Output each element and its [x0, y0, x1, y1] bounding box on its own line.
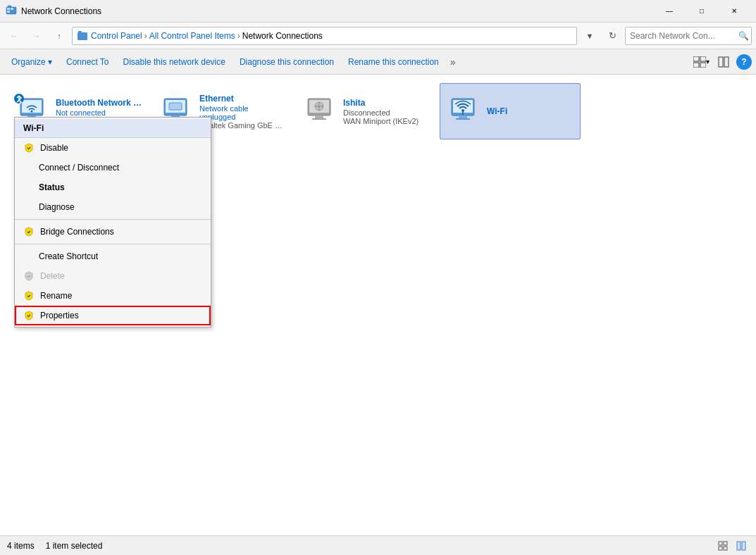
search-input[interactable]	[630, 31, 736, 41]
address-path[interactable]: Control Panel › All Control Panel Items …	[72, 27, 577, 45]
svg-rect-8	[700, 56, 706, 61]
path-part-2[interactable]: All Control Panel Items	[149, 31, 235, 41]
svg-rect-12	[724, 57, 729, 67]
svg-rect-10	[700, 63, 706, 68]
ctx-status-label: Status	[39, 182, 65, 192]
status-bar: 4 items 1 item selected	[0, 535, 756, 555]
more-button[interactable]: »	[446, 51, 460, 73]
svg-rect-45	[719, 547, 722, 550]
toolbar: Organize ▾ Connect To Disable this netwo…	[0, 49, 756, 75]
svg-rect-43	[719, 542, 722, 545]
ctx-bridge[interactable]: Bridge Connections	[15, 222, 211, 242]
network-item-ishita[interactable]: Ishita Disconnected WAN Miniport (IKEv2)	[296, 83, 437, 139]
ctx-create-shortcut[interactable]: Create Shortcut	[15, 247, 211, 266]
svg-rect-32	[315, 116, 323, 118]
main-content: Bluetooth Network Connection Not connect…	[0, 75, 756, 535]
bluetooth-status: Not connected	[56, 108, 143, 117]
svg-rect-11	[719, 57, 723, 67]
ctx-separator-2	[15, 244, 211, 244]
ctx-properties-label: Properties	[40, 311, 79, 320]
ishita-status: Disconnected	[343, 108, 430, 117]
path-part-3: Network Connections	[242, 31, 323, 41]
connect-to-button[interactable]: Connect To	[59, 51, 116, 73]
maximize-button[interactable]: □	[686, 0, 718, 23]
svg-rect-1	[8, 6, 11, 8]
context-menu-header: Wi-Fi	[15, 119, 211, 138]
detail-pane-button[interactable]	[714, 52, 733, 72]
search-icon: 🔍	[738, 31, 749, 41]
path-part-1[interactable]: Control Panel	[91, 31, 142, 41]
svg-rect-48	[742, 542, 745, 550]
ishita-icon-wrap	[302, 94, 336, 128]
svg-rect-39	[459, 116, 467, 118]
svg-rect-5	[78, 32, 87, 40]
shield-icon-delete	[23, 270, 35, 282]
disable-button[interactable]: Disable this network device	[116, 51, 233, 73]
bluetooth-badge	[13, 93, 25, 104]
wifi-network-icon	[446, 94, 480, 128]
ctx-rename-label: Rename	[40, 291, 72, 301]
ctx-properties[interactable]: Properties	[15, 306, 211, 325]
item-count: 4 items	[7, 541, 35, 551]
forward-button[interactable]: →	[27, 26, 47, 46]
ctx-rename[interactable]: Rename	[15, 286, 211, 306]
svg-rect-44	[724, 542, 727, 545]
ctx-delete-label: Delete	[40, 271, 65, 281]
wifi-icon-wrap	[446, 94, 480, 128]
window-controls: — □ ✕	[653, 0, 750, 23]
ctx-status[interactable]: Status	[15, 177, 211, 197]
status-view-controls	[715, 539, 749, 553]
ctx-disable[interactable]: Disable	[15, 138, 211, 158]
ethernet-desc: Realtek Gaming GbE Family Contr...	[199, 121, 287, 130]
svg-rect-40	[456, 118, 470, 120]
help-button[interactable]: ?	[736, 54, 752, 70]
ishita-info: Ishita Disconnected WAN Miniport (IKEv2)	[343, 98, 430, 125]
title-bar: Network Connections — □ ✕	[0, 0, 756, 23]
rename-button[interactable]: Rename this connection	[341, 51, 446, 73]
network-item-wifi[interactable]: Wi-Fi	[440, 83, 581, 139]
ctx-delete: Delete	[15, 266, 211, 286]
ishita-desc: WAN Miniport (IKEv2)	[343, 117, 430, 125]
svg-point-41	[461, 109, 464, 112]
title-bar-title: Network Connections	[21, 6, 653, 16]
ctx-diagnose-label: Diagnose	[39, 202, 75, 212]
up-button[interactable]: ↑	[49, 26, 69, 46]
status-list-view-button[interactable]	[715, 539, 731, 553]
ethernet-name: Ethernet	[199, 94, 287, 104]
view-options-button[interactable]: ▾	[691, 52, 711, 72]
close-button[interactable]: ✕	[718, 0, 750, 23]
selected-count: 1 item selected	[46, 541, 103, 551]
ctx-bridge-label: Bridge Connections	[40, 227, 114, 237]
toolbar-right: ▾ ?	[691, 52, 752, 72]
wifi-name: Wi-Fi	[487, 106, 574, 116]
svg-point-17	[31, 111, 33, 113]
svg-rect-2	[7, 8, 10, 10]
search-box: 🔍	[625, 27, 752, 45]
ethernet-info: Ethernet Network cable unplugged Realtek…	[199, 94, 287, 130]
svg-rect-4	[7, 11, 10, 13]
organize-button[interactable]: Organize ▾	[4, 51, 59, 73]
shield-icon-disable	[23, 142, 35, 154]
svg-rect-26	[169, 103, 182, 110]
wifi-info: Wi-Fi	[487, 106, 574, 116]
bluetooth-name: Bluetooth Network Connection	[56, 98, 143, 108]
status-detail-view-button[interactable]	[733, 539, 749, 553]
refresh-button[interactable]: ↻	[602, 26, 622, 46]
minimize-button[interactable]: —	[653, 0, 686, 23]
path-dropdown-button[interactable]: ▼	[580, 26, 600, 46]
context-menu: Wi-Fi Disable Connect / Disconnect Statu…	[14, 117, 211, 328]
diagnose-button[interactable]: Diagnose this connection	[233, 51, 341, 73]
ctx-disable-label: Disable	[40, 143, 68, 153]
ctx-diagnose[interactable]: Diagnose	[15, 197, 211, 217]
svg-rect-6	[78, 31, 82, 33]
wan-network-icon	[302, 94, 336, 128]
svg-rect-3	[11, 8, 13, 10]
ctx-connect-label: Connect / Disconnect	[39, 163, 119, 173]
svg-rect-46	[724, 547, 727, 550]
back-button[interactable]: ←	[4, 26, 24, 46]
ctx-connect[interactable]: Connect / Disconnect	[15, 158, 211, 177]
ethernet-status: Network cable unplugged	[199, 104, 287, 121]
ctx-create-shortcut-label: Create Shortcut	[39, 251, 98, 261]
ishita-name: Ishita	[343, 98, 430, 108]
svg-rect-9	[693, 63, 699, 68]
